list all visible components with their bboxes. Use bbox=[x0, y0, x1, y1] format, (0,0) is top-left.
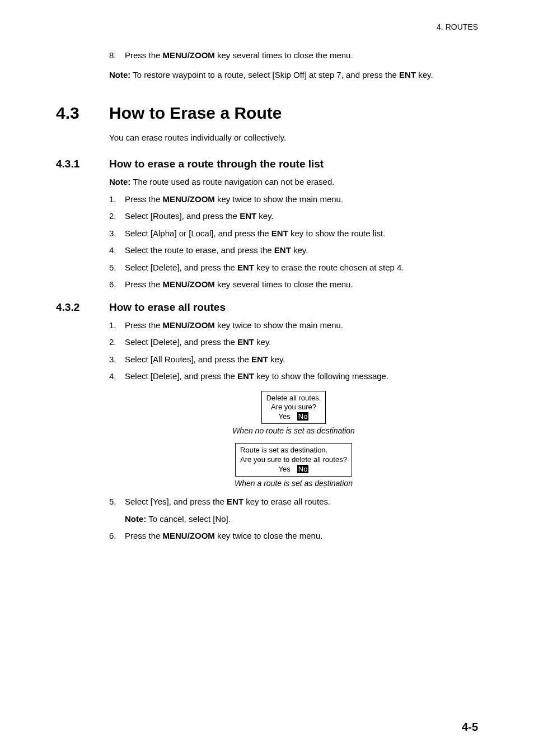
step-number: 1. bbox=[109, 319, 125, 332]
t: key twice to close the menu. bbox=[215, 531, 323, 540]
t: Select [Alpha] or [Local], and press the bbox=[125, 228, 271, 238]
key-menu-zoom: MENU/ZOOM bbox=[163, 279, 215, 289]
key-menu-zoom: MENU/ZOOM bbox=[163, 50, 215, 60]
dialog-line: Delete all routes. bbox=[266, 394, 321, 403]
dialog-yes: Yes bbox=[279, 465, 291, 473]
key-menu-zoom: MENU/ZOOM bbox=[163, 194, 215, 204]
note-label: Note: bbox=[109, 177, 130, 186]
t: key twice to show the main menu. bbox=[215, 194, 343, 204]
subsection-number: 4.3.1 bbox=[56, 158, 109, 170]
step-text: Press the MENU/ZOOM key several times to… bbox=[125, 278, 478, 291]
subsection-heading-431: 4.3.1 How to erase a route through the r… bbox=[56, 158, 478, 170]
dialog-line: Are you sure? bbox=[266, 403, 321, 412]
dialog-figure-1: Delete all routes. Are you sure? YesNo bbox=[109, 391, 478, 424]
subsection-heading-432: 4.3.2 How to erase all routes bbox=[56, 301, 478, 314]
step-number: 5. bbox=[109, 496, 125, 508]
t: Select [Delete], and press the bbox=[125, 337, 237, 347]
key-ent: ENT bbox=[237, 263, 254, 272]
figure-caption-1: When no route is set as destination bbox=[109, 426, 478, 435]
step-431-3: 3. Select [Alpha] or [Local], and press … bbox=[109, 227, 478, 240]
note-label: Note: bbox=[125, 514, 146, 524]
t: Select [All Routes], and press the bbox=[125, 354, 251, 364]
step-431-4: 4. Select the route to erase, and press … bbox=[109, 244, 478, 257]
dialog-line: Are you sure to delete all routes? bbox=[240, 455, 347, 464]
page-number: 4-5 bbox=[462, 721, 478, 734]
step-431-1: 1. Press the MENU/ZOOM key twice to show… bbox=[109, 193, 478, 206]
t: key. bbox=[254, 337, 271, 347]
t: Select [Delete], and press the bbox=[125, 263, 237, 272]
dialog-no: No bbox=[297, 465, 309, 473]
step-text: Select [Delete], and press the ENT key. bbox=[125, 336, 478, 349]
t: Select [Yes], and press the bbox=[125, 497, 227, 506]
step-432-3: 3. Select [All Routes], and press the EN… bbox=[109, 353, 478, 366]
t: Select [Routes], and press the bbox=[125, 211, 240, 221]
step-number: 4. bbox=[109, 370, 125, 383]
intro-step-8: 8. Press the MENU/ZOOM key several times… bbox=[109, 49, 478, 62]
t: key. bbox=[291, 245, 308, 255]
subsection-title: How to erase a route through the route l… bbox=[109, 158, 324, 170]
section-lead: You can erase routes individually or col… bbox=[109, 133, 478, 142]
section-heading: 4.3 How to Erase a Route bbox=[56, 104, 478, 123]
t: key several times to close the menu. bbox=[215, 279, 353, 289]
step-number: 5. bbox=[109, 262, 125, 274]
section-title: How to Erase a Route bbox=[109, 104, 282, 123]
dialog-box: Delete all routes. Are you sure? YesNo bbox=[261, 391, 326, 424]
step-text: Select [Alpha] or [Local], and press the… bbox=[125, 227, 478, 240]
dialog-options: YesNo bbox=[266, 412, 321, 421]
step-text: Select [Yes], and press the ENT key to e… bbox=[125, 496, 478, 508]
step-number: 8. bbox=[109, 49, 125, 62]
dialog-box: Route is set as destination. Are you sur… bbox=[235, 443, 352, 477]
t: Press the bbox=[125, 194, 163, 204]
t: Press the bbox=[125, 50, 163, 60]
t: Select the route to erase, and press the bbox=[125, 245, 274, 255]
step-432-1: 1. Press the MENU/ZOOM key twice to show… bbox=[109, 319, 478, 332]
note-label: Note: bbox=[109, 70, 130, 80]
key-ent: ENT bbox=[227, 497, 243, 506]
step-number: 3. bbox=[109, 227, 125, 240]
dialog-line: Route is set as destination. bbox=[240, 446, 347, 455]
figure-caption-2: When a route is set as destination bbox=[109, 479, 478, 488]
step-number: 2. bbox=[109, 336, 125, 349]
step-432-5-note: Note: To cancel, select [No]. bbox=[125, 513, 478, 526]
dialog-yes: Yes bbox=[279, 412, 291, 421]
t: Select [Delete], and press the bbox=[125, 371, 237, 381]
t: key. bbox=[268, 354, 285, 364]
t: To restore waypoint to a route, select [… bbox=[130, 70, 399, 80]
subsection-number: 4.3.2 bbox=[56, 301, 109, 314]
step-text: Select [Delete], and press the ENT key t… bbox=[125, 262, 478, 274]
dialog-options: YesNo bbox=[240, 465, 347, 474]
key-ent: ENT bbox=[271, 228, 288, 238]
dialog-no: No bbox=[297, 412, 309, 421]
step-432-5: 5. Select [Yes], and press the ENT key t… bbox=[109, 496, 478, 508]
step-431-5: 5. Select [Delete], and press the ENT ke… bbox=[109, 262, 478, 274]
step-text: Select [All Routes], and press the ENT k… bbox=[125, 353, 478, 366]
key-menu-zoom: MENU/ZOOM bbox=[163, 531, 215, 540]
step-number: 3. bbox=[109, 353, 125, 366]
t: Press the bbox=[125, 279, 163, 289]
t: key to erase the route chosen at step 4. bbox=[254, 263, 404, 272]
t: key to show the following message. bbox=[254, 371, 388, 381]
step-number: 6. bbox=[109, 278, 125, 291]
step-431-2: 2. Select [Routes], and press the ENT ke… bbox=[109, 210, 478, 223]
page-header: 4. ROUTES bbox=[56, 22, 478, 31]
step-432-6: 6. Press the MENU/ZOOM key twice to clos… bbox=[109, 530, 478, 543]
step-number: 2. bbox=[109, 210, 125, 223]
step-text: Select [Delete], and press the ENT key t… bbox=[125, 370, 478, 383]
key-ent: ENT bbox=[274, 245, 291, 255]
t: To cancel, select [No]. bbox=[146, 514, 231, 524]
t: Press the bbox=[125, 320, 163, 330]
step-number: 1. bbox=[109, 193, 125, 206]
step-text: Press the MENU/ZOOM key twice to close t… bbox=[125, 530, 478, 543]
step-432-2: 2. Select [Delete], and press the ENT ke… bbox=[109, 336, 478, 349]
key-ent: ENT bbox=[399, 70, 416, 80]
key-ent: ENT bbox=[237, 337, 254, 347]
step-432-4: 4. Select [Delete], and press the ENT ke… bbox=[109, 370, 478, 383]
step-text: Press the MENU/ZOOM key several times to… bbox=[125, 49, 478, 62]
step-number: 4. bbox=[109, 244, 125, 257]
step-text: Press the MENU/ZOOM key twice to show th… bbox=[125, 319, 478, 332]
step-number: 6. bbox=[109, 530, 125, 543]
dialog-figure-2: Route is set as destination. Are you sur… bbox=[109, 443, 478, 477]
key-ent: ENT bbox=[251, 354, 268, 364]
t: key. bbox=[416, 70, 433, 80]
t: key twice to show the main menu. bbox=[215, 320, 343, 330]
